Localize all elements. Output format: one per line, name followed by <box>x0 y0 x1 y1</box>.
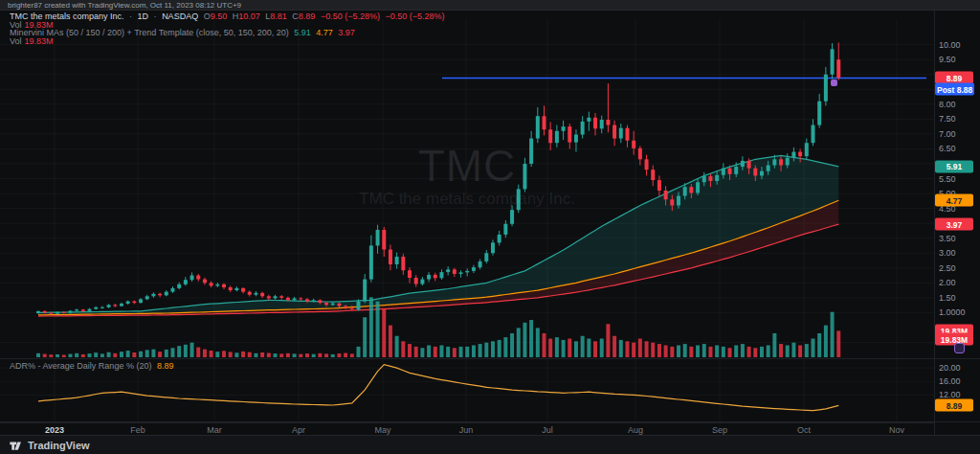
ma150-legend-value: 4.77 <box>316 28 333 37</box>
time-tick-label: Apr <box>292 425 305 435</box>
ma50-legend-value: 5.91 <box>294 28 311 37</box>
attribution-bar: brighter87 created with TradingView.com,… <box>0 0 980 11</box>
volume2-value: 19.83M <box>25 36 54 46</box>
price-tick-label: 2.50 <box>939 263 956 273</box>
volume2-legend-row[interactable]: Vol19.83M <box>10 37 447 46</box>
price-tick-label: 9.50 <box>939 55 956 64</box>
exchange: NASDAQ <box>162 11 198 21</box>
indicator-legend-row[interactable]: Minervini MAs (50 / 150 / 200) + Trend T… <box>10 29 447 37</box>
time-tick-label: Oct <box>797 425 811 435</box>
price-tick-label: 6.50 <box>939 144 956 153</box>
attribution-text: brighter87 created with TradingView.com,… <box>8 1 241 10</box>
adr-line <box>38 365 838 411</box>
price-tick-label: 3.50 <box>939 234 956 243</box>
time-tick-label: Nov <box>889 425 904 435</box>
time-tick-label: Mar <box>207 425 222 435</box>
price-tick-label: 8.00 <box>939 100 956 109</box>
symbol-legend-row[interactable]: TMC the metals company Inc. · 1D · NASDA… <box>10 12 447 21</box>
price-tick-label: 2.00 <box>939 278 956 287</box>
ma150-value-label: 4.77 <box>935 194 973 207</box>
price-tick-label: 7.00 <box>939 129 956 139</box>
time-tick-label: Jun <box>459 425 474 435</box>
open-value: 9.50 <box>211 11 228 21</box>
footer-bar: TradingView <box>0 435 980 454</box>
price-tick-label: 7.50 <box>939 114 956 124</box>
change-value: −0.50 (−5.28%) <box>321 11 380 21</box>
volume2-label: Vol <box>10 36 22 46</box>
pane-settings-icon[interactable] <box>954 343 965 353</box>
price-alert-icon[interactable] <box>831 79 837 86</box>
price-tick-label: 1.50 <box>939 293 956 303</box>
adr-value: 8.89 <box>157 361 174 371</box>
price-tick-label: 10.00 <box>939 40 961 50</box>
price-tick-label: 3.00 <box>939 248 956 258</box>
price-scale[interactable]: 10.009.509.008.508.007.507.006.506.005.5… <box>934 11 980 435</box>
tradingview-chart-window: brighter87 created with TradingView.com,… <box>0 0 980 454</box>
adr-label: ADR% - Average Daily Range % (20) <box>10 361 151 371</box>
time-tick-label: 2023 <box>45 425 64 435</box>
low-value: 8.81 <box>270 11 287 21</box>
adr-tick-label: 20.00 <box>939 363 961 373</box>
separator: · <box>154 11 157 21</box>
time-tick-label: May <box>374 425 390 435</box>
tradingview-logo-icon[interactable] <box>9 439 23 453</box>
close-label: C <box>292 11 299 21</box>
tradingview-brand-text[interactable]: TradingView <box>28 440 90 451</box>
interval: 1D <box>138 11 149 21</box>
ma200-legend-value: 3.97 <box>338 28 355 37</box>
time-tick-label: Aug <box>628 425 643 435</box>
time-tick-label: Jul <box>542 425 553 435</box>
ma200-value-label: 3.97 <box>935 218 973 231</box>
adr-tick-label: 12.00 <box>939 390 961 399</box>
price-tick-label: 1.0000 <box>939 307 966 317</box>
legend: TMC the metals company Inc. · 1D · NASDA… <box>10 12 447 45</box>
price-tick-label: 5.50 <box>939 174 956 184</box>
adr-legend-row[interactable]: ADR% - Average Daily Range % (20) 8.89 <box>10 361 173 371</box>
separator: · <box>129 11 132 21</box>
ma50-value-label: 5.91 <box>935 160 973 172</box>
adr-tick-label: 16.00 <box>939 376 961 386</box>
post-market-price-label: Post 8.88 <box>935 83 974 96</box>
time-tick-label: Feb <box>130 425 145 435</box>
time-scale[interactable]: 2023FebMarAprMayJunJulAugSepOctNov <box>0 422 934 436</box>
high-value: 10.07 <box>238 11 260 21</box>
open-label: O <box>204 11 211 21</box>
close-value: 8.89 <box>299 11 316 21</box>
post-change-value: −0.50 (−5.28%) <box>385 11 444 21</box>
adr-value-label: 8.89 <box>935 399 973 412</box>
time-tick-label: Sep <box>712 425 727 435</box>
